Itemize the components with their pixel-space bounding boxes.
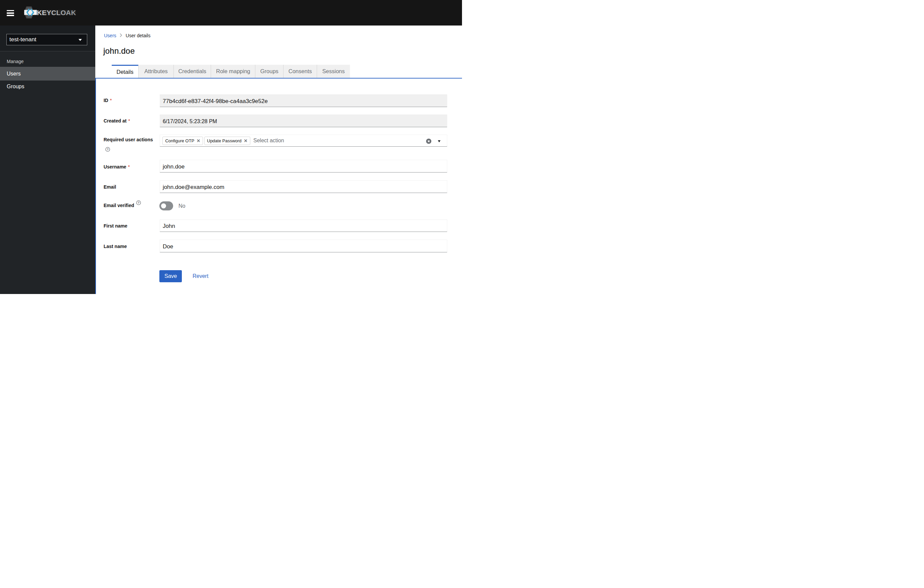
svg-text:?: ?	[107, 147, 109, 151]
svg-text:KEYCLOAK: KEYCLOAK	[37, 9, 76, 17]
svg-text:?: ?	[137, 201, 140, 205]
